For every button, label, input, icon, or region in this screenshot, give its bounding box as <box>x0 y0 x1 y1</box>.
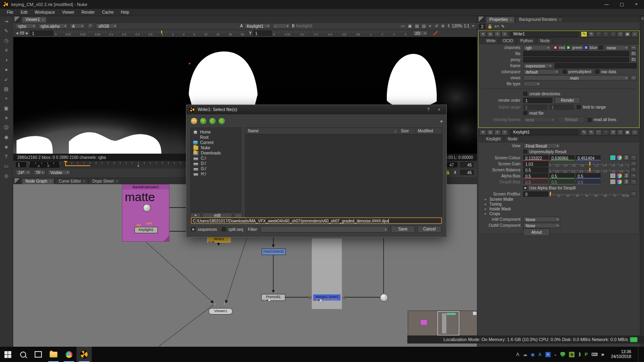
color-swatch-icon[interactable]: ✎ <box>581 31 587 37</box>
dialog-file-table[interactable]: Name △ Size Modified <box>245 128 442 218</box>
backdrop-title[interactable]: BackdropNode3 <box>122 185 169 189</box>
nvidia-icon[interactable]: ◉ <box>569 352 575 358</box>
place-drive-c[interactable]: C:/ <box>191 156 241 161</box>
about-button[interactable]: About <box>523 228 550 236</box>
minimap-expand-icon[interactable] <box>473 312 477 315</box>
filter-select[interactable] <box>260 226 388 232</box>
range-out-input[interactable]: 45 <box>460 170 474 175</box>
3d-node-icon[interactable]: ▣ <box>3 105 10 111</box>
prev-arrow-icon[interactable]: ◀ <box>16 31 18 35</box>
current-frame-input[interactable]: 1 <box>16 162 26 167</box>
place-drive-g[interactable]: G:/ <box>191 166 241 171</box>
frame-expression-input[interactable] <box>555 63 637 68</box>
views-remove-button[interactable]: – <box>630 75 637 80</box>
colorspace-select[interactable]: default <box>523 69 559 74</box>
frame-range-start-input[interactable]: 1 <box>523 105 547 110</box>
animation-curve-icon[interactable]: ~ <box>630 167 637 173</box>
nuke-taskbar-button[interactable] <box>76 347 92 362</box>
read-file-checkbox[interactable] <box>523 111 527 115</box>
colour-wheel-icon[interactable] <box>617 173 622 179</box>
wipe-select[interactable]: - <box>272 23 290 29</box>
close-icon[interactable] <box>559 17 561 22</box>
particles-node-icon[interactable]: ∗ <box>3 115 10 121</box>
pause-icon[interactable]: ‖ <box>447 24 450 28</box>
guides-icon[interactable]: ▭ <box>400 24 405 28</box>
hide-input-icon[interactable]: ≡ <box>494 130 501 135</box>
playhead[interactable] <box>65 161 66 165</box>
frame-mode-select[interactable]: expression <box>523 63 553 68</box>
colour-swatch[interactable] <box>610 155 616 160</box>
animation-curve-icon[interactable]: ~ <box>630 161 637 167</box>
channel-count-box[interactable]: 3 <box>623 179 630 185</box>
app-a-icon[interactable]: A <box>545 352 551 357</box>
node-merge1[interactable]: Merge1 (over) <box>313 294 341 301</box>
gain-input[interactable]: 1 <box>30 31 53 36</box>
red-checkbox[interactable] <box>553 45 557 49</box>
share-icon[interactable]: ◉ <box>531 352 535 357</box>
gain-slider[interactable]: 00.010.020.050.10.20.30.5123510203050 <box>55 31 244 36</box>
place-downloads[interactable]: Downloads <box>191 150 241 156</box>
animation-curve-icon[interactable]: ~ <box>630 179 637 185</box>
annotate-pen-icon[interactable] <box>433 31 438 35</box>
gamma-input[interactable]: 1 <box>253 31 272 36</box>
image-node-icon[interactable]: ⇥ <box>3 19 10 25</box>
place-drive-d[interactable]: D:/ <box>191 161 241 166</box>
filetype-select[interactable] <box>523 81 541 86</box>
channels-icon[interactable]: ≡ <box>428 24 432 28</box>
zoom-level[interactable]: 120% <box>452 24 462 28</box>
bottom-tab[interactable]: Curve Editor <box>55 178 88 184</box>
onedrive-icon[interactable]: ☁ <box>523 352 527 357</box>
clear-all-icon[interactable]: ≡× <box>494 24 499 29</box>
place-home[interactable]: Home <box>191 130 241 135</box>
alpha-bias-g[interactable]: 0.5 <box>549 173 574 179</box>
revert-icon[interactable]: ↺ <box>610 130 616 135</box>
network-icon[interactable]: ⌨ <box>591 352 598 357</box>
bottom-tab[interactable]: Dope Sheet <box>89 178 121 184</box>
icon-swatch2[interactable]: ✎ <box>588 31 594 37</box>
place-drive-h[interactable]: H:/ <box>191 171 241 177</box>
start-button[interactable] <box>0 347 15 362</box>
properties-tab[interactable]: Properties <box>486 16 515 23</box>
screen-colour-g[interactable]: 0.636966 <box>549 155 574 160</box>
cancel-button[interactable]: Cancel <box>417 226 442 233</box>
menu-item[interactable]: Render <box>78 10 99 14</box>
menu-item[interactable]: Cache <box>98 10 117 14</box>
menu-item[interactable]: Viewer <box>58 10 78 14</box>
help-icon[interactable]: ? <box>617 130 623 135</box>
close-icon[interactable] <box>116 179 118 183</box>
dot-node-2[interactable] <box>380 294 388 302</box>
screen-colour-r[interactable]: 0.133322 <box>523 155 548 160</box>
column-size[interactable]: Size <box>398 129 415 133</box>
alpha-bias-r[interactable]: 0.5 <box>523 173 548 179</box>
dialog-close-button[interactable]: × <box>435 107 443 112</box>
visibility-select[interactable]: Visible <box>48 170 70 175</box>
menu-item[interactable]: Edit <box>17 10 31 14</box>
format-icon[interactable]: ▣ <box>407 24 412 28</box>
file-explorer-button[interactable] <box>46 347 61 362</box>
back-icon[interactable]: ← <box>209 117 216 125</box>
bottom-tab[interactable]: Node Graph <box>22 178 54 184</box>
screen-gain-input[interactable]: 1.03 <box>523 161 548 167</box>
use-alpha-bias-checkbox[interactable] <box>523 186 527 190</box>
redo-icon[interactable]: ↷ <box>603 31 609 37</box>
undo-icon[interactable]: ↶ <box>595 130 602 135</box>
green-checkbox[interactable] <box>566 45 570 49</box>
input-a-select[interactable]: A <box>70 23 85 29</box>
search-button[interactable] <box>15 347 31 362</box>
limit-to-range-checkbox[interactable] <box>577 105 581 109</box>
time-node-icon[interactable]: ◷ <box>3 38 10 44</box>
write-tab[interactable]: Write <box>483 38 498 44</box>
node-viewer1[interactable]: Viewer1 <box>208 308 233 315</box>
close-panel-icon[interactable]: × <box>632 31 638 37</box>
transform-node-icon[interactable]: + <box>3 96 10 102</box>
task-view-button[interactable] <box>31 347 46 362</box>
maximize-button[interactable]: ▢ <box>615 0 629 8</box>
deep-node-icon[interactable]: Ⓓ <box>3 125 10 131</box>
center-node-icon[interactable]: ◎ <box>487 31 493 37</box>
proxy-icon[interactable]: ▤ <box>421 24 426 28</box>
write-tab[interactable]: Node <box>537 38 553 44</box>
lut-select[interactable]: sRGB <box>96 23 118 29</box>
hover-frame-box[interactable]: 47 <box>446 162 458 167</box>
plugins-node-icon[interactable]: ◎ <box>3 173 10 179</box>
channel-select[interactable]: rgba.alpha <box>38 23 68 29</box>
